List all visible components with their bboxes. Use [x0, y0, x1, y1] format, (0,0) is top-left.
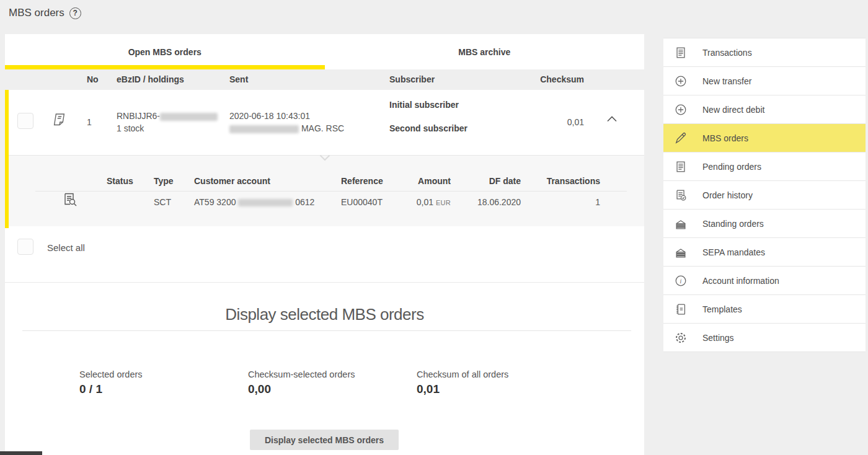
sidebar-item-label: Order history [702, 190, 753, 200]
document-check-icon [674, 188, 688, 202]
summary-divider [22, 330, 631, 331]
stack-icon [674, 217, 688, 231]
order-ebzid: RNBIJJR6- [117, 110, 218, 122]
circle-plus-icon [674, 74, 688, 88]
browser-status-bar-fragment [0, 451, 42, 455]
tx-df-date: 18.06.2020 [477, 196, 521, 208]
sidebar-item-pending-orders[interactable]: Pending orders [663, 152, 866, 181]
collapse-row-chevron-up-icon[interactable] [606, 115, 618, 123]
tx-amount: 0,01 EUR [417, 196, 451, 209]
stat-value-selected-orders: 0 / 1 [79, 382, 102, 396]
order-details-section: Status Type Customer account Reference A… [5, 155, 644, 226]
sidebar-item-templates[interactable]: Templates [663, 295, 866, 324]
details-divider-chevron-down-icon [319, 154, 330, 161]
stat-label-checksum-all: Checksum of all orders [417, 369, 508, 379]
page-title: MBS orders [9, 7, 64, 19]
det-col-df-date: DF date [489, 176, 521, 186]
sidebar-item-account-information[interactable]: i Account information [663, 267, 866, 295]
stat-value-checksum-all: 0,01 [417, 382, 440, 396]
sidebar-item-order-history[interactable]: Order history [663, 181, 866, 210]
col-header-ebzid: eBzID / holdings [117, 69, 184, 90]
orders-table-header: No eBzID / holdings Sent Subscriber Chec… [5, 69, 644, 90]
order-row-checkbox[interactable] [17, 113, 33, 129]
redacted-account-middle [238, 199, 293, 206]
det-col-status: Status [107, 176, 133, 186]
tab-label: Open MBS orders [128, 47, 202, 57]
tx-type: SCT [154, 196, 171, 208]
order-holdings: 1 stock [117, 122, 144, 135]
pencil-icon [674, 131, 688, 145]
order-sent-timestamp: 2020-06-18 10:43:01 [229, 110, 310, 122]
page-header: MBS orders ? [9, 4, 81, 22]
order-row[interactable]: 1 RNBIJJR6- 1 stock 2020-06-18 10:43:01 … [5, 90, 644, 155]
col-header-sent: Sent [229, 69, 248, 90]
sidebar-item-label: Pending orders [702, 162, 761, 172]
summary-heading: Display selected MBS orders [5, 305, 644, 324]
redacted-ebzid [160, 113, 218, 121]
sidebar-item-label: Account information [702, 276, 779, 286]
sidebar-menu: Transactions New transfer New direct deb… [663, 38, 866, 352]
order-subscriber-2: Second subscriber [389, 122, 467, 135]
help-icon[interactable]: ? [69, 7, 81, 19]
sidebar-item-standing-orders[interactable]: Standing orders [663, 210, 866, 238]
sidebar-item-label: Settings [702, 333, 734, 343]
det-col-amount: Amount [418, 176, 451, 186]
tab-mbs-archive[interactable]: MBS archive [325, 34, 645, 69]
sidebar-item-label: MBS orders [702, 133, 748, 143]
stat-label-selected-orders: Selected orders [79, 369, 143, 379]
tab-open-mbs-orders[interactable]: Open MBS orders [5, 34, 325, 69]
stat-label-checksum-selected: Checksum-selected orders [248, 369, 355, 379]
col-header-no: No [87, 69, 99, 90]
det-col-type: Type [154, 176, 174, 186]
col-header-subscriber: Subscriber [389, 69, 435, 90]
select-all-checkbox[interactable] [17, 239, 33, 255]
sidebar-item-label: New direct debit [702, 105, 764, 115]
display-selected-mbs-orders-button[interactable]: Display selected MBS orders [250, 430, 399, 450]
det-col-transactions: Transactions [547, 176, 600, 186]
notebook-icon [674, 303, 688, 316]
mbs-orders-screen: MBS orders ? Open MBS orders MBS archive… [0, 0, 868, 455]
sidebar-item-new-direct-debit[interactable]: New direct debit [663, 95, 866, 124]
redacted-sender-name [229, 125, 299, 133]
stack-icon [674, 245, 688, 259]
sidebar-item-label: New transfer [702, 76, 751, 86]
sidebar-item-label: Transactions [702, 48, 752, 58]
order-sent-by: MAG. RSC [229, 122, 344, 135]
sidebar-item-label: SEPA mandates [702, 247, 765, 257]
sidebar-item-label: Standing orders [702, 219, 764, 229]
gear-icon [674, 331, 688, 345]
order-no: 1 [87, 116, 92, 128]
document-lines-icon [674, 160, 688, 174]
order-subscriber-1: Initial subscriber [389, 99, 459, 111]
col-header-checksum: Checksum [540, 69, 584, 90]
tx-reference: EU00040T [341, 196, 383, 208]
sidebar-item-new-transfer[interactable]: New transfer [663, 67, 866, 95]
selected-row-accent-bar [5, 90, 9, 228]
tx-transactions-count: 1 [595, 196, 600, 208]
sidebar-item-settings[interactable]: Settings [663, 324, 866, 352]
transaction-detail-search-icon[interactable] [62, 192, 78, 208]
svg-text:i: i [680, 277, 682, 284]
det-col-reference: Reference [341, 176, 383, 186]
info-circle-icon: i [674, 274, 688, 288]
sidebar-item-transactions[interactable]: Transactions [663, 38, 866, 67]
mbs-order-document-icon [48, 112, 67, 130]
tx-currency: EUR [436, 199, 451, 206]
stat-value-checksum-selected: 0,00 [248, 382, 271, 396]
sidebar-item-label: Templates [702, 304, 742, 314]
section-divider [5, 282, 644, 283]
tx-customer-account: AT59 3200 0612 [194, 196, 314, 208]
tab-bar: Open MBS orders MBS archive [5, 34, 644, 69]
select-all-label: Select all [47, 242, 85, 253]
document-lines-icon [674, 46, 688, 60]
det-col-account: Customer account [194, 176, 270, 186]
circle-plus-icon [674, 103, 688, 117]
tab-label: MBS archive [458, 47, 510, 57]
order-checksum: 0,01 [567, 116, 584, 128]
sidebar-item-sepa-mandates[interactable]: SEPA mandates [663, 238, 866, 267]
mbs-orders-panel: Open MBS orders MBS archive No eBzID / h… [5, 34, 644, 455]
details-header-divider [35, 191, 627, 192]
sidebar-item-mbs-orders[interactable]: MBS orders [663, 124, 866, 152]
